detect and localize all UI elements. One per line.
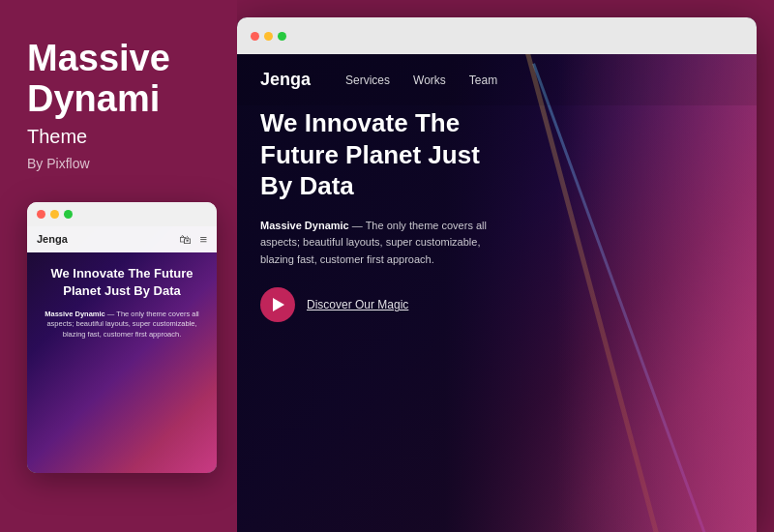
nav-link-team[interactable]: Team [469, 74, 497, 87]
mini-hero-text: We Innovate The Future Planet Just By Da… [39, 265, 205, 340]
mini-dot-yellow [50, 210, 59, 219]
mini-nav-icons: 🛍 ≡ [179, 232, 207, 247]
main-browser: Jenga Services Works Team We Innovate Th… [237, 17, 757, 532]
hero-cta: Discover Our Magic [260, 287, 497, 322]
browser-chrome-bar [237, 17, 757, 54]
title-line2: Dynami [27, 78, 160, 119]
cta-link[interactable]: Discover Our Magic [307, 298, 408, 311]
browser-dot-red [251, 32, 259, 41]
mini-site-logo: Jenga [37, 233, 68, 245]
mini-hero-desc: Massive Dynamic — The only theme covers … [39, 310, 205, 340]
mini-hero-background [27, 226, 217, 473]
nav-link-works[interactable]: Works [413, 74, 446, 87]
mini-topbar: Jenga 🛍 ≡ [27, 226, 217, 252]
mini-dot-green [64, 210, 73, 219]
mini-menu-icon: ≡ [199, 232, 207, 247]
hero-content: We Innovate The Future Planet Just By Da… [260, 107, 497, 322]
play-icon [273, 298, 284, 311]
hero-heading-line1: We Innovate The [260, 108, 460, 137]
browser-dot-yellow [264, 32, 273, 41]
hero-heading: We Innovate The Future Planet Just By Da… [260, 107, 497, 202]
mini-dot-red [37, 210, 45, 219]
site-logo: Jenga [260, 70, 311, 90]
hero-desc-strong: Massive Dynamic [260, 220, 349, 231]
theme-subtitle: Theme [27, 126, 210, 148]
mini-cart-icon: 🛍 [179, 232, 192, 247]
theme-author: By Pixflow [27, 156, 210, 171]
browser-dot-green [278, 32, 286, 41]
mini-hero-heading: We Innovate The Future Planet Just By Da… [39, 265, 205, 300]
hero-heading-line3: By Data [260, 171, 354, 200]
nav-links: Services Works Team [345, 74, 497, 87]
mini-browser-preview: Jenga 🛍 ≡ We Innovate The Future Planet … [27, 202, 217, 473]
browser-dots [251, 32, 286, 41]
play-button[interactable] [260, 287, 295, 322]
mini-desc-strong: Massive Dynamic [45, 310, 105, 318]
mini-browser-bar [27, 202, 217, 226]
hero-person-silhouette [471, 54, 757, 532]
left-panel: Massive Dynami Theme By Pixflow Jenga 🛍 … [0, 0, 237, 532]
nav-link-services[interactable]: Services [345, 74, 390, 87]
browser-content: Jenga Services Works Team We Innovate Th… [237, 54, 757, 532]
hero-description: Massive Dynamic — The only theme covers … [260, 218, 492, 269]
theme-title: Massive Dynami [27, 39, 210, 120]
mini-browser-content: Jenga 🛍 ≡ We Innovate The Future Planet … [27, 226, 217, 473]
hero-heading-line2: Future Planet Just [260, 140, 480, 169]
site-navigation: Jenga Services Works Team [237, 54, 757, 105]
title-line1: Massive [27, 38, 170, 78]
